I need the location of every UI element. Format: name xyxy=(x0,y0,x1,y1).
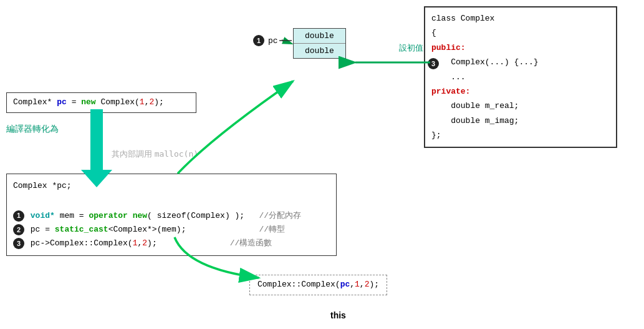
badge-3-area: 3 xyxy=(428,58,440,69)
badge-1: 1 xyxy=(253,35,264,46)
call-code-box: Complex::Complex(pc,1,2); xyxy=(249,275,387,295)
class-line-mreal: double m_real; xyxy=(431,99,610,113)
label-malloc: 其內部調用 malloc(n) xyxy=(109,149,201,160)
class-line-constructor: Complex(...) {...} xyxy=(431,55,610,69)
class-code-box: class Complex { public: Complex(...) {..… xyxy=(424,6,617,148)
badge-3-main: 3 xyxy=(13,238,24,249)
memory-row-1: double xyxy=(294,29,345,44)
class-line-2: { xyxy=(431,26,610,40)
main-line-2: 2 pc = static_cast<Complex*>(mem); //轉型 xyxy=(13,223,330,237)
class-line-1: class Complex xyxy=(431,11,610,26)
class-line-mimag: double m_imag; xyxy=(431,114,610,128)
badge-1-main: 1 xyxy=(13,210,24,222)
main-line-3: 3 pc->Complex::Complex(1,2); //構造函數 xyxy=(13,237,330,250)
class-line-end: }; xyxy=(431,128,610,142)
code-complex-ptr: Complex* pc = new Complex(1,2); xyxy=(13,97,164,107)
class-line-dots: ... xyxy=(431,70,610,84)
badge-2-main: 2 xyxy=(13,224,24,235)
main-line-blank xyxy=(13,195,330,209)
label-setval: 設初值 xyxy=(399,42,423,54)
class-line-private: private: xyxy=(431,84,610,99)
memory-box: double double xyxy=(293,28,346,59)
main-code-box: Complex *pc; 1 void* mem = operator new(… xyxy=(6,174,337,256)
badge-3-class: 3 xyxy=(428,58,439,69)
memory-row-2: double xyxy=(294,44,345,58)
svg-line-5 xyxy=(282,40,292,44)
pc-label: pc xyxy=(268,36,278,46)
main-line-1: 1 void* mem = operator new( sizeof(Compl… xyxy=(13,209,330,223)
main-line-0: Complex *pc; xyxy=(13,179,330,193)
this-label: this xyxy=(330,310,346,320)
label-compiler: 編譯器轉化為 xyxy=(6,124,59,135)
class-line-public: public: xyxy=(431,41,610,55)
topleft-code-box: Complex* pc = new Complex(1,2); xyxy=(6,92,196,113)
pc-badge-area: 1 pc xyxy=(253,35,278,46)
